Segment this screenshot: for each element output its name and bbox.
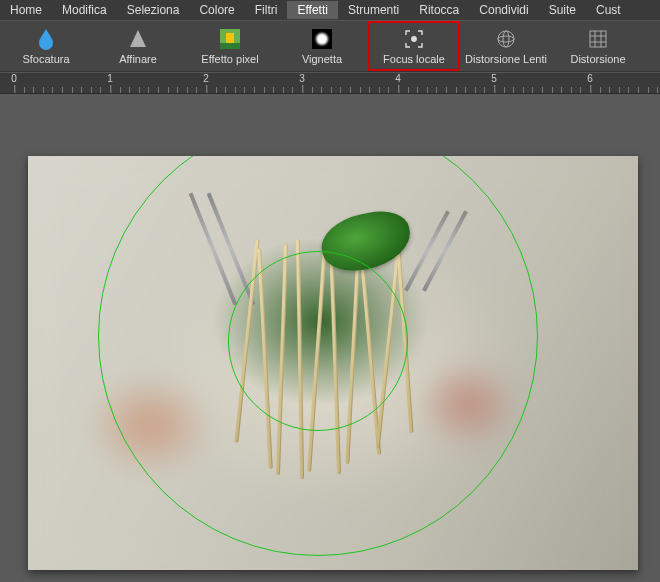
vignette-icon — [311, 28, 333, 50]
distort-icon — [587, 28, 609, 50]
ruler-label: 6 — [587, 73, 593, 84]
ruler-label: 1 — [107, 73, 113, 84]
tool-label: Distorsione Lenti — [465, 53, 547, 65]
focus-icon — [403, 28, 425, 50]
ruler-label: 4 — [395, 73, 401, 84]
tool-vignetta[interactable]: Vignetta — [276, 21, 368, 71]
svg-rect-10 — [590, 31, 606, 47]
ruler-label: 2 — [203, 73, 209, 84]
horizontal-ruler: 0 1 2 3 4 5 6 — [0, 72, 660, 94]
menu-condividi[interactable]: Condividi — [469, 1, 538, 19]
canvas-area[interactable] — [0, 94, 660, 582]
menu-seleziona[interactable]: Seleziona — [117, 1, 190, 19]
svg-point-8 — [498, 36, 514, 42]
menu-suite[interactable]: Suite — [539, 1, 586, 19]
svg-point-5 — [316, 33, 328, 45]
image-frame[interactable] — [28, 156, 638, 570]
tool-label: Sfocatura — [22, 53, 69, 65]
tool-focus-locale[interactable]: Focus locale — [368, 21, 460, 71]
spaghetti-cluster — [223, 239, 443, 479]
menu-colore[interactable]: Colore — [189, 1, 244, 19]
tool-label: Vignetta — [302, 53, 342, 65]
menu-custom[interactable]: Cust — [586, 1, 631, 19]
menu-ritocca[interactable]: Ritocca — [409, 1, 469, 19]
tool-affinare[interactable]: Affinare — [92, 21, 184, 71]
svg-rect-2 — [226, 33, 234, 43]
svg-point-9 — [503, 31, 509, 47]
ruler-label: 3 — [299, 73, 305, 84]
tool-sfocatura[interactable]: Sfocatura — [0, 21, 92, 71]
ruler-label: 5 — [491, 73, 497, 84]
menu-home[interactable]: Home — [0, 1, 52, 19]
sharpen-icon — [127, 28, 149, 50]
svg-marker-0 — [130, 30, 146, 47]
menu-filtri[interactable]: Filtri — [245, 1, 288, 19]
tool-label: Distorsione — [570, 53, 625, 65]
tool-label: Affinare — [119, 53, 157, 65]
blur-icon — [35, 28, 57, 50]
ruler-label: 0 — [11, 73, 17, 84]
menu-effetti[interactable]: Effetti — [287, 1, 337, 19]
tool-effetto-pixel[interactable]: Effetto pixel — [184, 21, 276, 71]
menu-bar: Home Modifica Seleziona Colore Filtri Ef… — [0, 0, 660, 20]
lens-distort-icon — [495, 28, 517, 50]
tool-label: Focus locale — [383, 53, 445, 65]
pixelate-icon — [219, 28, 241, 50]
svg-point-6 — [412, 36, 416, 40]
svg-rect-3 — [220, 43, 240, 49]
tool-distorsione[interactable]: Distorsione — [552, 21, 644, 71]
effects-toolbar: Sfocatura Affinare Effetto pixel Vignett… — [0, 20, 660, 72]
tool-label: Effetto pixel — [201, 53, 258, 65]
menu-modifica[interactable]: Modifica — [52, 1, 117, 19]
tool-distorsione-lenti[interactable]: Distorsione Lenti — [460, 21, 552, 71]
photo-content — [28, 156, 638, 570]
svg-point-7 — [498, 31, 514, 47]
menu-strumenti[interactable]: Strumenti — [338, 1, 409, 19]
